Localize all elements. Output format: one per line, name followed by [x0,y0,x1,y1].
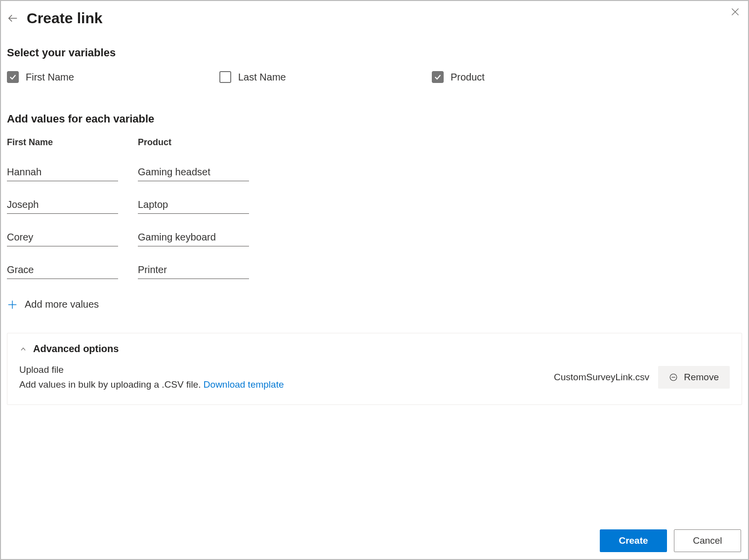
remove-file-button[interactable]: Remove [658,366,730,389]
upload-description: Add values in bulk by uploading a .CSV f… [19,379,204,390]
select-variables-heading: Select your variables [7,46,742,59]
advanced-options-toggle[interactable]: Advanced options [19,343,730,355]
variable-label: First Name [26,72,74,83]
add-values-heading: Add values for each variable [7,113,742,125]
first-name-input[interactable] [7,261,118,279]
download-template-link[interactable]: Download template [204,379,284,390]
add-more-values-button[interactable]: Add more values [7,299,742,310]
variable-last-name[interactable]: Last Name [219,71,432,83]
uploaded-filename: CustomSurveyLink.csv [554,372,649,383]
create-button[interactable]: Create [600,529,667,552]
footer-buttons: Create Cancel [600,529,741,552]
back-arrow-icon[interactable] [7,12,19,24]
advanced-options-title: Advanced options [33,343,119,355]
checkbox-first-name[interactable] [7,71,19,83]
column-header: First Name [7,137,118,148]
checkbox-product[interactable] [432,71,444,83]
advanced-description: Upload file Add values in bulk by upload… [19,362,284,393]
values-table: First Name Product [7,137,742,294]
column-first-name: First Name [7,137,118,294]
close-icon[interactable] [729,6,741,18]
first-name-input[interactable] [7,163,118,181]
checkbox-last-name[interactable] [219,71,231,83]
product-input[interactable] [138,163,249,181]
column-header: Product [138,137,249,148]
first-name-input[interactable] [7,229,118,246]
column-product: Product [138,137,249,294]
upload-file-label: Upload file [19,362,284,377]
product-input[interactable] [138,261,249,279]
add-more-label: Add more values [25,299,99,310]
product-input[interactable] [138,196,249,214]
advanced-options-card: Advanced options Upload file Add values … [7,333,742,405]
cancel-button[interactable]: Cancel [674,529,741,552]
page-title: Create link [27,10,102,27]
header: Create link [7,10,742,27]
variable-product[interactable]: Product [432,71,644,83]
remove-icon [669,373,678,382]
variable-label: Product [451,72,485,83]
variables-row: First Name Last Name Product [7,71,742,83]
first-name-input[interactable] [7,196,118,214]
plus-icon [7,299,18,310]
variable-label: Last Name [238,72,286,83]
chevron-up-icon [19,345,27,353]
remove-label: Remove [684,372,719,383]
product-input[interactable] [138,229,249,246]
variable-first-name[interactable]: First Name [7,71,219,83]
